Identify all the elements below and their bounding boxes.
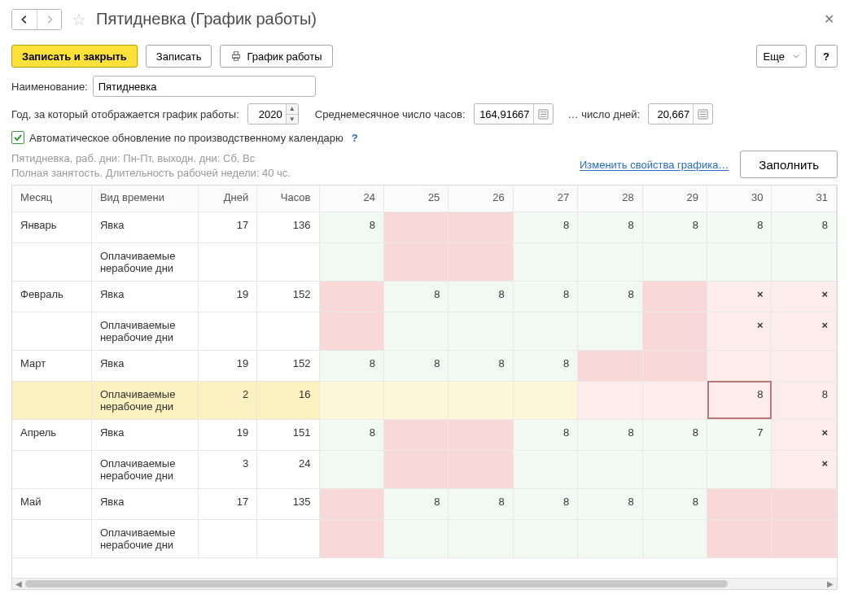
table-cell[interactable]: Явка: [91, 212, 198, 242]
table-cell[interactable]: 8: [707, 381, 772, 419]
table-cell[interactable]: 135: [257, 488, 319, 519]
write-button[interactable]: Записать: [146, 45, 212, 68]
table-cell[interactable]: [513, 381, 577, 419]
table-cell[interactable]: 8: [319, 350, 383, 381]
table-cell[interactable]: [642, 350, 707, 381]
table-cell[interactable]: [642, 381, 707, 419]
table-cell[interactable]: [707, 488, 772, 519]
table-cell[interactable]: 8: [319, 419, 383, 450]
table-cell[interactable]: [199, 519, 257, 557]
auto-update-help-icon[interactable]: ?: [352, 132, 358, 144]
table-cell[interactable]: [383, 419, 448, 450]
table-cell[interactable]: [12, 519, 91, 557]
help-button[interactable]: ?: [815, 45, 838, 68]
table-cell[interactable]: [257, 242, 319, 281]
name-input[interactable]: [93, 76, 316, 97]
table-cell[interactable]: Оплачиваемые нерабочие дни: [91, 381, 198, 419]
table-cell[interactable]: Оплачиваемые нерабочие дни: [91, 242, 198, 281]
table-cell[interactable]: [257, 312, 319, 350]
table-cell[interactable]: 7: [707, 419, 772, 450]
col-d30[interactable]: 30: [707, 186, 772, 212]
table-cell[interactable]: [319, 450, 383, 488]
horizontal-scrollbar[interactable]: ◀ ▶: [12, 578, 837, 589]
table-cell[interactable]: 8: [383, 488, 448, 519]
scroll-left-button[interactable]: ◀: [12, 579, 25, 589]
table-cell[interactable]: Оплачиваемые нерабочие дни: [91, 450, 198, 488]
back-button[interactable]: [12, 10, 37, 29]
table-cell[interactable]: ×: [772, 419, 837, 450]
col-d27[interactable]: 27: [513, 186, 577, 212]
table-cell[interactable]: 8: [383, 281, 448, 312]
table-cell[interactable]: 2: [199, 381, 257, 419]
avg-days-calc-button[interactable]: [693, 104, 712, 124]
table-cell[interactable]: Февраль: [12, 281, 91, 312]
table-cell[interactable]: 8: [449, 350, 513, 381]
table-cell[interactable]: [449, 381, 513, 419]
forward-button[interactable]: [37, 10, 61, 29]
table-cell[interactable]: [578, 242, 642, 281]
table-cell[interactable]: [772, 242, 837, 281]
table-cell[interactable]: [383, 450, 448, 488]
table-cell[interactable]: [642, 281, 707, 312]
table-cell[interactable]: 8: [642, 419, 707, 450]
table-cell[interactable]: [319, 519, 383, 557]
table-cell[interactable]: 8: [578, 488, 642, 519]
table-cell[interactable]: [449, 242, 513, 281]
table-cell[interactable]: [642, 519, 707, 557]
scroll-thumb[interactable]: [25, 580, 728, 588]
table-cell[interactable]: [449, 519, 513, 557]
table-cell[interactable]: 8: [642, 488, 707, 519]
table-cell[interactable]: [12, 381, 91, 419]
table-cell[interactable]: Явка: [91, 281, 198, 312]
table-cell[interactable]: Апрель: [12, 419, 91, 450]
col-d28[interactable]: 28: [578, 186, 642, 212]
write-and-close-button[interactable]: Записать и закрыть: [11, 45, 138, 68]
table-cell[interactable]: [257, 519, 319, 557]
table-cell[interactable]: Январь: [12, 212, 91, 242]
col-type[interactable]: Вид времени: [91, 186, 198, 212]
close-icon[interactable]: ✕: [821, 8, 838, 30]
table-cell[interactable]: [319, 242, 383, 281]
change-properties-link[interactable]: Изменить свойства графика…: [580, 159, 729, 171]
table-cell[interactable]: [449, 450, 513, 488]
year-up-button[interactable]: ▲: [287, 104, 298, 114]
table-cell[interactable]: 8: [383, 350, 448, 381]
col-d25[interactable]: 25: [383, 186, 448, 212]
table-cell[interactable]: 8: [772, 381, 837, 419]
scroll-right-button[interactable]: ▶: [824, 579, 837, 589]
table-cell[interactable]: 8: [642, 212, 707, 242]
table-cell[interactable]: [513, 519, 577, 557]
avg-hours-input[interactable]: [475, 108, 533, 120]
table-cell[interactable]: [772, 488, 837, 519]
table-cell[interactable]: [12, 242, 91, 281]
table-cell[interactable]: Оплачиваемые нерабочие дни: [91, 312, 198, 350]
table-cell[interactable]: [772, 350, 837, 381]
col-d29[interactable]: 29: [642, 186, 707, 212]
table-cell[interactable]: Явка: [91, 488, 198, 519]
table-cell[interactable]: 8: [513, 281, 577, 312]
table-cell[interactable]: 8: [513, 419, 577, 450]
table-cell[interactable]: [578, 350, 642, 381]
table-cell[interactable]: ×: [772, 450, 837, 488]
table-cell[interactable]: [513, 450, 577, 488]
col-days[interactable]: Дней: [199, 186, 257, 212]
favorite-star-icon[interactable]: ☆: [72, 10, 86, 29]
table-cell[interactable]: Май: [12, 488, 91, 519]
table-cell[interactable]: [707, 519, 772, 557]
table-cell[interactable]: [449, 312, 513, 350]
table-cell[interactable]: 152: [257, 281, 319, 312]
table-cell[interactable]: [578, 381, 642, 419]
table-cell[interactable]: [642, 242, 707, 281]
table-cell[interactable]: [707, 242, 772, 281]
table-cell[interactable]: [383, 242, 448, 281]
table-cell[interactable]: 8: [578, 212, 642, 242]
table-cell[interactable]: 19: [199, 281, 257, 312]
table-cell[interactable]: [642, 450, 707, 488]
table-cell[interactable]: 8: [513, 488, 577, 519]
table-cell[interactable]: 8: [513, 212, 577, 242]
col-d31[interactable]: 31: [772, 186, 837, 212]
table-cell[interactable]: [319, 488, 383, 519]
table-cell[interactable]: 136: [257, 212, 319, 242]
table-cell[interactable]: 8: [707, 212, 772, 242]
year-down-button[interactable]: ▼: [287, 114, 298, 124]
